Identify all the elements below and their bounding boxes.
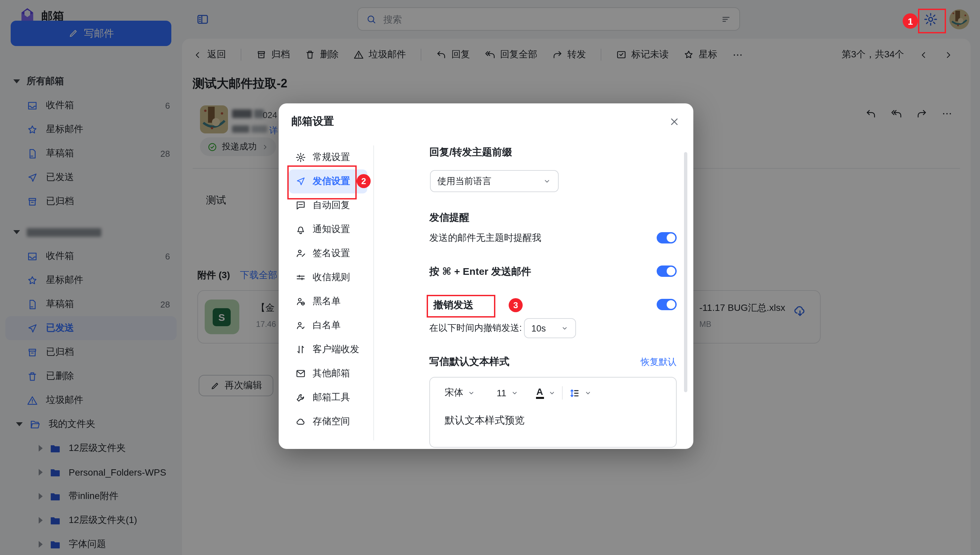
- recall-time-select[interactable]: 10s: [524, 318, 576, 338]
- line-spacing-icon: [568, 387, 580, 399]
- reply-prefix-select[interactable]: 使用当前语言: [430, 170, 559, 192]
- bell-icon: [295, 224, 306, 235]
- text-style-heading: 写信默认文本样式: [429, 356, 509, 368]
- chat-icon: [295, 200, 306, 211]
- recall-time-label: 在以下时间内撤销发送:: [429, 318, 522, 338]
- format-divider: [562, 386, 562, 399]
- envelope-icon: [295, 368, 306, 379]
- settings-nav-signature[interactable]: 签名设置: [289, 242, 369, 265]
- settings-nav-blacklist[interactable]: 黑名单: [289, 290, 369, 313]
- person-minus-icon: [295, 296, 306, 307]
- settings-nav-client-sync[interactable]: 客户端收发: [289, 338, 369, 361]
- line-spacing-select[interactable]: [568, 387, 592, 399]
- settings-nav-whitelist[interactable]: 白名单: [289, 313, 369, 338]
- signature-icon: [295, 248, 306, 259]
- settings-nav-other-mailboxes[interactable]: 其他邮箱: [289, 361, 369, 386]
- cmd-enter-heading: 按 ⌘ + Enter 发送邮件: [429, 265, 531, 278]
- chevron-down-icon: [510, 389, 518, 397]
- settings-nav-storage[interactable]: 存储空间: [289, 409, 369, 434]
- annotation-box-step1: [918, 9, 946, 34]
- recall-send-toggle[interactable]: [657, 299, 677, 310]
- cloud-icon: [295, 416, 306, 427]
- chevron-down-icon: [561, 324, 569, 332]
- default-text-style-editor: 宋体 11 A: [429, 377, 677, 448]
- up-down-arrows-icon: [295, 344, 306, 355]
- settings-nav-notifications[interactable]: 通知设置: [289, 217, 369, 242]
- font-family-select[interactable]: 宋体: [444, 387, 475, 399]
- restore-default-link[interactable]: 恢复默认: [641, 356, 677, 368]
- modal-nav-divider: [373, 146, 374, 440]
- send-reminder-option-label: 发送的邮件无主题时提醒我: [429, 232, 541, 244]
- annotation-box-step3: [427, 295, 496, 318]
- settings-nav-mail-tools[interactable]: 邮箱工具: [289, 386, 369, 409]
- settings-modal: 邮箱设置 常规设置 发信设置 自动回复 通知设置: [279, 103, 693, 449]
- modal-title: 邮箱设置: [291, 115, 334, 129]
- chevron-down-icon: [548, 389, 556, 397]
- font-color-select[interactable]: A: [536, 387, 556, 399]
- chevron-down-icon: [584, 389, 592, 397]
- no-subject-reminder-toggle[interactable]: [657, 232, 677, 244]
- annotation-badge-step3: 3: [509, 298, 523, 312]
- send-reminder-heading: 发信提醒: [429, 212, 469, 224]
- person-check-icon: [295, 320, 306, 331]
- sliders-icon: [295, 272, 306, 283]
- text-style-preview: 默认文本样式预览: [430, 399, 676, 427]
- annotation-badge-step2: 2: [357, 174, 371, 188]
- text-style-heading-row: 写信默认文本样式 恢复默认: [429, 356, 677, 368]
- mail-app: 邮箱 写邮件 所有邮箱 收件箱 6 星标邮件: [0, 0, 980, 555]
- font-color-icon: A: [536, 387, 544, 399]
- chevron-down-icon: [543, 177, 552, 185]
- chevron-down-icon: [467, 389, 475, 397]
- font-size-select[interactable]: 11: [497, 388, 518, 398]
- modal-scrollbar[interactable]: [684, 152, 687, 392]
- reply-prefix-heading: 回复/转发主题前缀: [429, 146, 512, 159]
- gear-icon: [295, 152, 306, 163]
- settings-nav-inbox-rules[interactable]: 收信规则: [289, 265, 369, 290]
- annotation-box-step2: [287, 165, 357, 199]
- cmd-enter-toggle[interactable]: [657, 265, 677, 277]
- annotation-badge-step1: 1: [903, 13, 918, 29]
- close-icon[interactable]: [669, 116, 680, 127]
- wrench-icon: [295, 392, 306, 403]
